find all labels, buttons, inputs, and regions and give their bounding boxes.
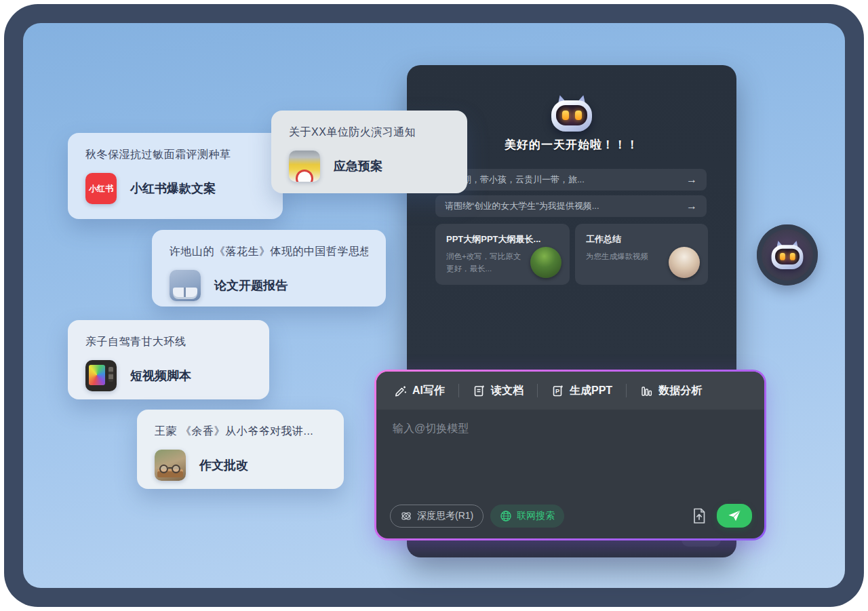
arrow-right-icon[interactable]: → <box>686 200 697 212</box>
composer-inner: AI写作 读文档 P <box>376 372 764 538</box>
upload-icon <box>691 507 707 525</box>
use-card-label: 论文开题报告 <box>214 277 288 294</box>
quick-card-ppt-outline[interactable]: PPT大纲PPT大纲最长... 润色+改写，写比原文更好，最长... <box>435 224 570 285</box>
use-card-label: 应急预案 <box>334 158 382 174</box>
toolbar-divider <box>458 384 459 397</box>
use-card-title: 王蒙 《余香》从小爷爷对我讲... <box>155 425 326 439</box>
deep-think-label: 深度思考(R1) <box>417 510 473 522</box>
robot-eyes <box>775 249 800 264</box>
robot-face-screen <box>556 105 587 125</box>
xiaohongshu-icon: 小红书 <box>85 173 117 204</box>
baby-avatar <box>669 247 700 278</box>
use-card-label: 短视频脚本 <box>130 368 191 384</box>
robot-icon <box>551 95 592 132</box>
alarm-clock-shape <box>296 170 313 182</box>
pen-sparkle-icon <box>394 385 407 397</box>
bar-chart-icon <box>640 385 653 397</box>
use-card-short-video-script[interactable]: 亲子自驾青甘大环线 短视频脚本 <box>68 320 269 399</box>
tab-data-analysis[interactable]: 数据分析 <box>640 384 702 398</box>
svg-text:P: P <box>555 388 559 395</box>
use-card-label: 作文批改 <box>199 457 248 473</box>
robot-eye-right <box>575 111 582 120</box>
use-card-xiaohongshu[interactable]: 秋冬保湿抗过敏面霜评测种草 小红书 小红书爆款文案 <box>68 133 283 219</box>
glasses-lens-right <box>172 465 180 473</box>
suggestion-row-video[interactable]: 请围绕“创业的女大学生”为我提供视频... → <box>435 195 707 217</box>
tab-label: 读文档 <box>491 384 524 398</box>
use-card-essay-review[interactable]: 王蒙 《余香》从小爷爷对我讲... 作文批改 <box>137 410 344 489</box>
glasses-bridge <box>168 467 172 469</box>
upload-file-button[interactable] <box>688 505 710 527</box>
robot-eyes <box>556 105 587 125</box>
retro-tv-photo-icon <box>85 360 117 391</box>
send-plane-icon <box>728 509 741 522</box>
use-card-thesis-proposal[interactable]: 许地山的《落花生》体现的中国哲学思想 论文开题报告 <box>152 230 386 307</box>
tv-knobs-shape <box>108 367 113 382</box>
robot-eye-right <box>790 253 795 260</box>
app-root: 美好的一天开始啦！！！ 天假期，带小孩，云贵川一带，旅... → 请围绕“创业的… <box>0 0 868 611</box>
toolbar-divider <box>537 384 538 397</box>
glasses-book-photo-icon <box>155 450 186 481</box>
book-spine-shape <box>184 288 186 297</box>
robot-icon <box>772 241 804 269</box>
use-card-title: 秋冬保湿抗过敏面霜评测种草 <box>85 148 265 162</box>
suggestion-text: 天假期，带小孩，云贵川一带，旅... <box>445 174 679 186</box>
quick-card-desc: 为您生成爆款视频 <box>586 251 666 263</box>
ppt-document-icon: P <box>551 385 564 397</box>
quick-card-work-summary[interactable]: 工作总结 为您生成爆款视频 <box>575 224 708 285</box>
use-card-label: 小红书爆款文案 <box>130 180 216 197</box>
quick-card-title: 工作总结 <box>586 233 700 245</box>
arrow-right-icon[interactable]: → <box>686 174 697 186</box>
quick-card-title: PPT大纲PPT大纲最长... <box>446 233 561 245</box>
use-card-title: 许地山的《落花生》体现的中国哲学思想 <box>170 245 368 259</box>
prompt-input[interactable] <box>376 410 764 504</box>
tab-label: 生成PPT <box>570 384 612 398</box>
suggestion-text: 请围绕“创业的女大学生”为我提供视频... <box>445 200 679 212</box>
web-search-toggle[interactable]: 联网搜索 <box>490 505 564 528</box>
use-card-title: 亲子自驾青甘大环线 <box>85 335 252 349</box>
fire-drill-photo-icon <box>289 151 320 182</box>
toolbar-divider <box>626 384 627 397</box>
web-search-label: 联网搜索 <box>517 510 555 522</box>
tab-ai-writing[interactable]: AI写作 <box>394 384 445 398</box>
robot-badge[interactable] <box>757 224 818 285</box>
use-card-title: 关于XX单位防火演习通知 <box>289 125 450 140</box>
robot-face-screen <box>775 249 800 264</box>
composer-toolbar: AI写作 读文档 P <box>376 372 764 410</box>
glasses-lens-left <box>159 465 168 473</box>
tab-generate-ppt[interactable]: P 生成PPT <box>551 384 612 398</box>
robot-eye-left <box>562 111 569 120</box>
tab-read-document[interactable]: 读文档 <box>473 384 524 398</box>
plant-avatar <box>530 247 561 278</box>
atom-icon <box>400 510 412 522</box>
open-book-photo-icon <box>170 270 201 301</box>
tv-screen-shape <box>89 365 105 385</box>
tab-label: AI写作 <box>412 384 445 398</box>
robot-eye-left <box>780 253 785 260</box>
xiaohongshu-icon-text: 小红书 <box>89 183 113 195</box>
robot-head <box>772 245 804 269</box>
document-icon <box>473 385 486 397</box>
suggestion-row-trip[interactable]: 天假期，带小孩，云贵川一带，旅... → <box>435 169 707 191</box>
deep-think-toggle[interactable]: 深度思考(R1) <box>390 505 484 528</box>
tab-label: 数据分析 <box>658 384 702 398</box>
quick-card-desc: 润色+改写，写比原文更好，最长... <box>446 251 526 275</box>
robot-head <box>551 100 592 132</box>
send-button[interactable] <box>717 504 752 528</box>
globe-icon <box>500 510 512 522</box>
composer-actions: 深度思考(R1) 联网搜索 <box>376 504 764 538</box>
use-card-emergency-plan[interactable]: 关于XX单位防火演习通知 应急预案 <box>271 111 467 193</box>
composer-panel: AI写作 读文档 P <box>374 370 766 540</box>
